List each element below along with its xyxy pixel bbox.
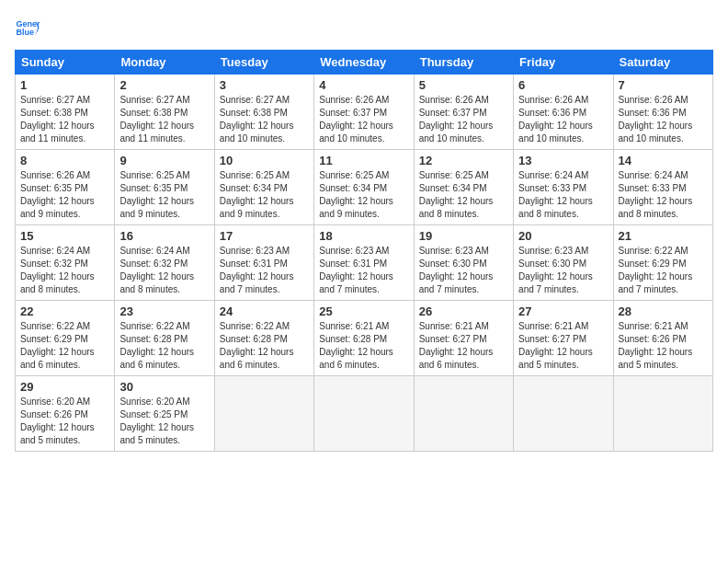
day-number: 6 — [518, 78, 608, 92]
weekday-header: Sunday — [16, 51, 115, 75]
logo: General Blue — [15, 15, 42, 40]
calendar-cell: 24Sunrise: 6:22 AMSunset: 6:28 PMDayligh… — [214, 301, 313, 376]
calendar-cell: 10Sunrise: 6:25 AMSunset: 6:34 PMDayligh… — [214, 150, 313, 225]
weekday-header-row: SundayMondayTuesdayWednesdayThursdayFrid… — [16, 51, 713, 75]
day-info: Sunrise: 6:23 AMSunset: 6:30 PMDaylight:… — [419, 245, 508, 296]
day-number: 30 — [119, 380, 209, 394]
calendar-cell — [613, 376, 712, 452]
calendar-cell: 1Sunrise: 6:27 AMSunset: 6:38 PMDaylight… — [16, 75, 115, 150]
day-info: Sunrise: 6:21 AMSunset: 6:27 PMDaylight:… — [518, 320, 608, 372]
day-info: Sunrise: 6:25 AMSunset: 6:34 PMDaylight:… — [319, 169, 408, 221]
day-info: Sunrise: 6:20 AMSunset: 6:26 PMDaylight:… — [20, 396, 109, 447]
day-info: Sunrise: 6:26 AMSunset: 6:36 PMDaylight:… — [518, 94, 608, 145]
day-info: Sunrise: 6:26 AMSunset: 6:37 PMDaylight:… — [319, 94, 408, 145]
calendar-cell: 27Sunrise: 6:21 AMSunset: 6:27 PMDayligh… — [514, 301, 613, 376]
day-number: 23 — [119, 304, 209, 318]
day-info: Sunrise: 6:24 AMSunset: 6:32 PMDaylight:… — [119, 245, 209, 296]
day-number: 12 — [419, 154, 508, 167]
day-number: 11 — [319, 154, 408, 167]
day-number: 25 — [319, 304, 408, 318]
calendar-cell: 18Sunrise: 6:23 AMSunset: 6:31 PMDayligh… — [314, 225, 414, 301]
day-info: Sunrise: 6:26 AMSunset: 6:36 PMDaylight:… — [619, 94, 708, 145]
day-info: Sunrise: 6:20 AMSunset: 6:25 PMDaylight:… — [119, 396, 209, 447]
day-number: 26 — [419, 304, 508, 318]
calendar-row: 1Sunrise: 6:27 AMSunset: 6:38 PMDaylight… — [16, 75, 713, 150]
calendar-row: 8Sunrise: 6:26 AMSunset: 6:35 PMDaylight… — [16, 150, 713, 225]
calendar-cell — [414, 376, 513, 452]
calendar-cell: 8Sunrise: 6:26 AMSunset: 6:35 PMDaylight… — [16, 150, 115, 225]
calendar-cell: 21Sunrise: 6:22 AMSunset: 6:29 PMDayligh… — [613, 225, 712, 301]
day-number: 9 — [119, 154, 209, 167]
weekday-header: Saturday — [613, 51, 712, 75]
day-info: Sunrise: 6:26 AMSunset: 6:35 PMDaylight:… — [20, 169, 109, 221]
weekday-header: Thursday — [414, 51, 513, 75]
day-info: Sunrise: 6:25 AMSunset: 6:34 PMDaylight:… — [220, 169, 309, 221]
day-number: 14 — [619, 154, 708, 167]
calendar-cell: 4Sunrise: 6:26 AMSunset: 6:37 PMDaylight… — [314, 75, 414, 150]
day-info: Sunrise: 6:21 AMSunset: 6:26 PMDaylight:… — [619, 320, 708, 372]
calendar-cell: 2Sunrise: 6:27 AMSunset: 6:38 PMDaylight… — [115, 75, 214, 150]
svg-text:Blue: Blue — [16, 28, 34, 37]
weekday-header: Wednesday — [314, 51, 414, 75]
calendar-cell: 12Sunrise: 6:25 AMSunset: 6:34 PMDayligh… — [414, 150, 513, 225]
day-number: 2 — [119, 78, 209, 92]
calendar-row: 15Sunrise: 6:24 AMSunset: 6:32 PMDayligh… — [16, 225, 713, 301]
day-number: 10 — [220, 154, 309, 167]
day-number: 1 — [20, 78, 109, 92]
calendar-cell: 17Sunrise: 6:23 AMSunset: 6:31 PMDayligh… — [214, 225, 313, 301]
day-number: 8 — [20, 154, 109, 167]
day-number: 18 — [319, 229, 408, 243]
weekday-header: Friday — [514, 51, 613, 75]
day-number: 17 — [220, 229, 309, 243]
calendar-cell: 26Sunrise: 6:21 AMSunset: 6:27 PMDayligh… — [414, 301, 513, 376]
day-number: 29 — [20, 380, 109, 394]
calendar-cell: 16Sunrise: 6:24 AMSunset: 6:32 PMDayligh… — [115, 225, 214, 301]
day-number: 4 — [319, 78, 408, 92]
day-number: 16 — [119, 229, 209, 243]
calendar-cell: 11Sunrise: 6:25 AMSunset: 6:34 PMDayligh… — [314, 150, 414, 225]
day-number: 13 — [518, 154, 608, 167]
calendar-row: 22Sunrise: 6:22 AMSunset: 6:29 PMDayligh… — [16, 301, 713, 376]
day-number: 20 — [518, 229, 608, 243]
day-number: 5 — [419, 78, 508, 92]
day-info: Sunrise: 6:24 AMSunset: 6:33 PMDaylight:… — [619, 169, 708, 221]
day-info: Sunrise: 6:25 AMSunset: 6:34 PMDaylight:… — [419, 169, 508, 221]
day-number: 7 — [619, 78, 708, 92]
calendar-table: SundayMondayTuesdayWednesdayThursdayFrid… — [15, 50, 713, 452]
day-info: Sunrise: 6:21 AMSunset: 6:27 PMDaylight:… — [419, 320, 508, 372]
day-info: Sunrise: 6:26 AMSunset: 6:37 PMDaylight:… — [419, 94, 508, 145]
day-info: Sunrise: 6:23 AMSunset: 6:31 PMDaylight:… — [319, 245, 408, 296]
day-info: Sunrise: 6:24 AMSunset: 6:33 PMDaylight:… — [518, 169, 608, 221]
day-number: 22 — [20, 304, 109, 318]
day-number: 24 — [220, 304, 309, 318]
day-number: 3 — [220, 78, 309, 92]
calendar-cell — [514, 376, 613, 452]
calendar-cell: 5Sunrise: 6:26 AMSunset: 6:37 PMDaylight… — [414, 75, 513, 150]
calendar-cell: 3Sunrise: 6:27 AMSunset: 6:38 PMDaylight… — [214, 75, 313, 150]
calendar-cell: 23Sunrise: 6:22 AMSunset: 6:28 PMDayligh… — [115, 301, 214, 376]
weekday-header: Tuesday — [214, 51, 313, 75]
header: General Blue — [15, 15, 713, 40]
day-info: Sunrise: 6:24 AMSunset: 6:32 PMDaylight:… — [20, 245, 109, 296]
day-info: Sunrise: 6:21 AMSunset: 6:28 PMDaylight:… — [319, 320, 408, 372]
calendar-cell: 25Sunrise: 6:21 AMSunset: 6:28 PMDayligh… — [314, 301, 414, 376]
day-info: Sunrise: 6:23 AMSunset: 6:31 PMDaylight:… — [220, 245, 309, 296]
day-info: Sunrise: 6:23 AMSunset: 6:30 PMDaylight:… — [518, 245, 608, 296]
calendar-row: 29Sunrise: 6:20 AMSunset: 6:26 PMDayligh… — [16, 376, 713, 452]
page-container: General Blue SundayMondayTuesdayWednesda… — [0, 0, 728, 459]
day-info: Sunrise: 6:27 AMSunset: 6:38 PMDaylight:… — [220, 94, 309, 145]
calendar-cell: 20Sunrise: 6:23 AMSunset: 6:30 PMDayligh… — [514, 225, 613, 301]
day-number: 19 — [419, 229, 508, 243]
day-info: Sunrise: 6:22 AMSunset: 6:29 PMDaylight:… — [20, 320, 109, 372]
calendar-cell: 15Sunrise: 6:24 AMSunset: 6:32 PMDayligh… — [16, 225, 115, 301]
calendar-cell: 13Sunrise: 6:24 AMSunset: 6:33 PMDayligh… — [514, 150, 613, 225]
calendar-cell: 14Sunrise: 6:24 AMSunset: 6:33 PMDayligh… — [613, 150, 712, 225]
day-info: Sunrise: 6:27 AMSunset: 6:38 PMDaylight:… — [119, 94, 209, 145]
calendar-cell: 6Sunrise: 6:26 AMSunset: 6:36 PMDaylight… — [514, 75, 613, 150]
calendar-cell: 19Sunrise: 6:23 AMSunset: 6:30 PMDayligh… — [414, 225, 513, 301]
calendar-cell: 22Sunrise: 6:22 AMSunset: 6:29 PMDayligh… — [16, 301, 115, 376]
day-info: Sunrise: 6:22 AMSunset: 6:28 PMDaylight:… — [119, 320, 209, 372]
day-number: 15 — [20, 229, 109, 243]
day-number: 28 — [619, 304, 708, 318]
day-info: Sunrise: 6:22 AMSunset: 6:28 PMDaylight:… — [220, 320, 309, 372]
